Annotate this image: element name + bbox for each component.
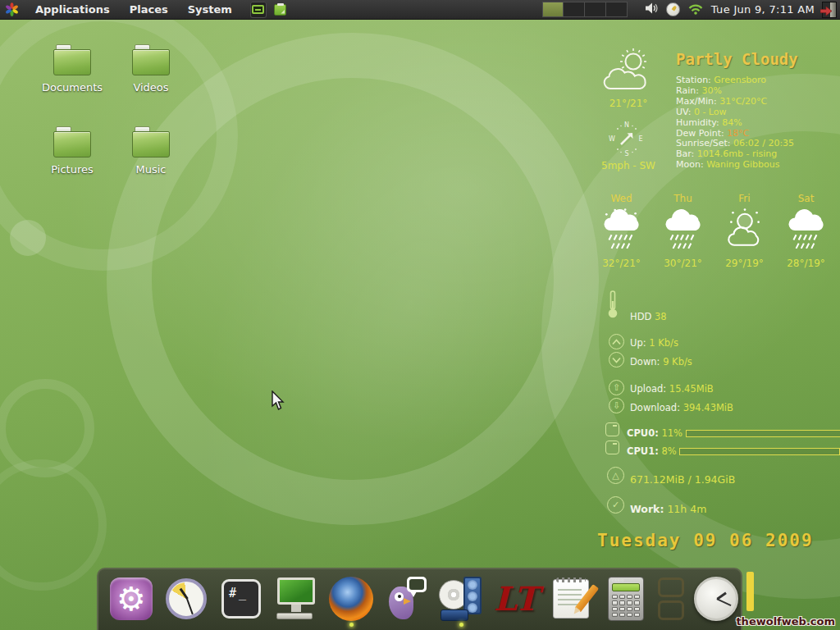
current-temp: 21°/21° <box>591 98 666 109</box>
forecast-temps: 30°/21° <box>652 258 714 269</box>
distro-logo-pinwheel-icon[interactable] <box>5 2 19 16</box>
weather-detail-value: 0 - Low <box>694 107 727 117</box>
workspace-4[interactable] <box>606 2 628 17</box>
cpu0-bar <box>686 430 840 437</box>
weather-detail-label: Station: <box>676 75 711 85</box>
desktop-icon-label: Videos <box>112 81 190 94</box>
weather-detail-value: 18°C <box>727 128 749 139</box>
svg-text:N: N <box>624 121 629 129</box>
upload-label: Upload: <box>630 383 666 395</box>
weather-detail-label: Moon: <box>676 159 704 170</box>
desktop-icon-label: Music <box>112 163 190 176</box>
folder-icon <box>132 44 170 77</box>
hdd-value: 38 <box>655 311 667 322</box>
calculator-icon: CASIO <box>608 577 644 621</box>
forecast-wed: Wed 32°/21° <box>591 193 652 269</box>
weather-detail-value: Greensboro <box>714 75 766 85</box>
dock-firefox[interactable] <box>328 576 374 622</box>
cpu1-label: CPU1: <box>627 445 659 457</box>
forecast-row: Wed 32°/21° Thu <box>591 193 838 269</box>
net-up: Up: 1 Kb/s <box>630 337 678 349</box>
forecast-day: Sat <box>775 193 837 204</box>
arrow-down-circle-icon: ⇩ <box>609 398 624 413</box>
weather-detail-value: 06:02 / 20:35 <box>733 138 794 148</box>
weather-detail-label: Bar: <box>676 148 694 159</box>
dock-movie-player[interactable] <box>438 576 484 622</box>
forecast-day: Wed <box>591 193 652 204</box>
menu-applications[interactable]: Applications <box>25 0 120 20</box>
panel-clock[interactable]: Tue Jun 9, 7:11 AM <box>711 3 815 16</box>
panel-launchers <box>250 2 289 18</box>
system-tray: Tue Jun 9, 7:11 AM <box>542 2 840 18</box>
window-launcher-icon[interactable] <box>250 2 267 18</box>
computer-icon <box>276 578 317 620</box>
up-label: Up: <box>630 337 646 349</box>
forecast-fri: Fri 29°/19° <box>714 193 775 269</box>
download-value: 394.43MiB <box>683 402 733 413</box>
svg-text:E: E <box>638 135 642 143</box>
ghost-icon <box>658 576 684 622</box>
folder-icon <box>53 126 91 159</box>
workspace-switcher <box>542 2 628 17</box>
weather-detail-value: 30% <box>701 85 721 96</box>
dock-timer-clock[interactable] <box>163 576 209 622</box>
svg-text:W: W <box>609 135 615 143</box>
sleet-icon <box>601 244 642 254</box>
top-panel: Applications Places System <box>0 0 840 20</box>
wind-compass-icon: NESW <box>607 119 646 161</box>
wind-speed: 5mph - SW <box>591 160 666 171</box>
pidgin-icon <box>386 577 427 621</box>
mouse-cursor <box>271 390 287 415</box>
lt-logo-icon: LT <box>494 582 539 615</box>
memory-usage: 671.12MiB / 1.94GiB <box>630 473 735 486</box>
sun-cloud-icon <box>724 244 765 254</box>
gear-icon: ⚙ <box>110 578 153 620</box>
work-uptime: Work: 11h 4m <box>630 503 706 515</box>
chevron-down-circle-icon <box>609 352 624 368</box>
dock-linuxtracker[interactable]: LT <box>493 576 539 622</box>
dock: ⚙ #_ LT <box>97 568 742 630</box>
menu-places[interactable]: Places <box>120 0 178 20</box>
desktop-icon-videos[interactable]: Videos <box>112 41 190 123</box>
workspace-1[interactable] <box>542 2 564 17</box>
chevron-up-circle-icon <box>609 334 624 349</box>
volume-icon[interactable] <box>645 2 659 17</box>
desktop: Applications Places System <box>0 0 840 630</box>
weather-detail-value: 84% <box>722 117 742 128</box>
down-value: 9 Kb/s <box>663 356 692 368</box>
desktop-icon-label: Documents <box>33 81 112 94</box>
dock-pidgin[interactable] <box>383 576 429 622</box>
menu-system[interactable]: System <box>178 0 242 20</box>
dock-terminal[interactable]: #_ <box>218 576 264 622</box>
upload-total: Upload: 15.45MiB <box>630 383 714 395</box>
weather-condition-title: Partly Cloudy <box>676 50 798 68</box>
desktop-icon-music[interactable]: Music <box>112 123 190 205</box>
dock-computer[interactable] <box>273 576 319 622</box>
weather-detail-value: Waning Gibbous <box>706 159 779 170</box>
notes-launcher-icon[interactable] <box>272 2 289 18</box>
desktop-icon-label: Pictures <box>33 163 112 176</box>
memory-triangle-circle-icon: △ <box>607 467 624 484</box>
workspace-3[interactable] <box>585 2 606 17</box>
upload-value: 15.45MiB <box>669 383 714 395</box>
dock-handle[interactable] <box>746 572 754 611</box>
desktop-icon-documents[interactable]: Documents <box>33 41 112 123</box>
cpu0-label: CPU0: <box>627 427 659 439</box>
workspace-2[interactable] <box>564 2 585 17</box>
dock-analog-clock[interactable] <box>693 576 739 622</box>
dock-calculator[interactable]: CASIO <box>603 576 649 622</box>
logout-icon[interactable] <box>822 2 837 18</box>
hdd-temp: HDD 38 <box>630 311 667 322</box>
watermark: thewolfweb.com <box>736 615 835 628</box>
tray-app-icon[interactable] <box>666 2 680 16</box>
uptime-check-circle-icon: ✓ <box>607 496 624 514</box>
desktop-icon-pictures[interactable]: Pictures <box>33 123 112 205</box>
wifi-icon[interactable] <box>687 2 704 17</box>
cpu0-stats: CPU0: 11% <box>627 427 840 439</box>
dock-settings-gear[interactable]: ⚙ <box>108 576 154 622</box>
cpu1-value: 8% <box>661 445 676 457</box>
weather-detail-label: UV: <box>676 107 691 117</box>
dock-notes[interactable] <box>548 576 594 622</box>
running-indicator <box>459 623 463 627</box>
cpu1-stats: CPU1: 8% <box>627 445 840 457</box>
